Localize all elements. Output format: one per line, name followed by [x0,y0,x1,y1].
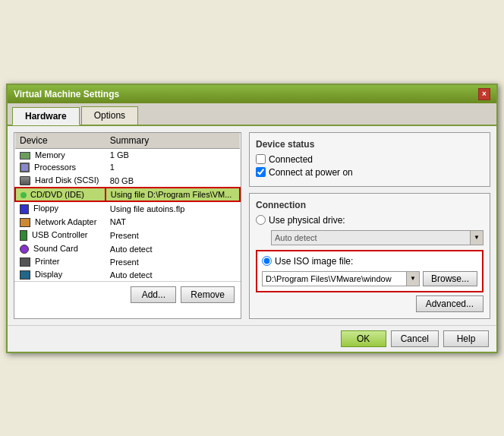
device-cell: Network Adapter [15,216,106,229]
summary-cell: NAT [106,216,240,229]
memory-icon [20,152,30,160]
use-iso-radio[interactable] [262,256,272,266]
window-title: Virtual Machine Settings [14,89,119,100]
network-icon [20,218,30,227]
virtual-machine-settings-window: Virtual Machine Settings × Hardware Opti… [6,84,498,353]
add-button[interactable]: Add... [131,286,176,303]
table-row[interactable]: Memory 1 GB [15,148,240,161]
summary-cell: Using file D:\Program Files\VM... [106,188,240,201]
usb-icon [20,230,27,241]
iso-path-row: ▼ Browse... [262,271,477,286]
auto-detect-combo: ▼ [271,230,484,245]
physical-drive-row: Use physical drive: [256,215,484,226]
device-cell: Display [15,268,106,281]
floppy-icon [20,204,29,214]
connected-row: Connected [256,154,484,165]
table-row-selected[interactable]: CD/DVD (IDE) Using file D:\Program Files… [15,188,240,201]
settings-panel: Device status Connected Connect at power… [249,132,490,319]
summary-cell: Present [106,255,240,268]
device-list-panel: Device Summary Memory 1 GB [14,132,241,319]
cancel-button[interactable]: Cancel [391,330,439,347]
iso-section: Use ISO image file: ▼ Browse... [256,250,484,292]
disk-icon [20,176,30,185]
summary-cell: Auto detect [106,268,240,281]
device-cell: CD/DVD (IDE) [15,188,106,201]
device-table: Device Summary Memory 1 GB [14,133,241,282]
tabs-bar: Hardware Options [8,103,496,126]
table-row[interactable]: Sound Card Auto detect [15,242,240,255]
summary-cell: Using file autoins.flp [106,201,240,216]
col-device: Device [15,133,106,149]
auto-detect-row: ▼ [256,230,484,245]
summary-cell: 80 GB [106,174,240,188]
device-cell: USB Controller [15,229,106,242]
col-summary: Summary [106,133,240,149]
iso-path-input[interactable] [262,271,406,286]
status-dot [20,192,27,198]
use-iso-row: Use ISO image file: [262,256,477,267]
bottom-bar: OK Cancel Help [8,325,496,352]
advanced-button[interactable]: Advanced... [416,295,484,312]
table-row[interactable]: Display Auto detect [15,268,240,281]
table-row[interactable]: Printer Present [15,255,240,268]
main-content: Device Summary Memory 1 GB [8,126,496,325]
device-status-title: Device status [256,139,484,150]
device-status-section: Device status Connected Connect at power… [249,132,490,187]
auto-detect-dropdown-arrow[interactable]: ▼ [470,230,484,245]
connected-checkbox[interactable] [256,154,266,164]
sound-icon [20,245,29,254]
summary-cell: 1 GB [106,148,240,161]
table-row[interactable]: Processors 1 [15,161,240,175]
iso-dropdown-arrow[interactable]: ▼ [406,271,420,286]
title-bar: Virtual Machine Settings × [8,85,496,103]
close-button[interactable]: × [478,88,490,100]
summary-cell: 1 [106,161,240,175]
tab-options[interactable]: Options [81,106,138,125]
device-cell: Processors [15,161,106,175]
browse-button[interactable]: Browse... [423,271,477,286]
device-cell: Floppy [15,201,106,216]
table-row[interactable]: Network Adapter NAT [15,216,240,229]
table-row[interactable]: Floppy Using file autoins.flp [15,201,240,216]
connect-power-checkbox[interactable] [256,167,266,177]
device-buttons: Add... Remove [14,281,241,308]
device-cell: Hard Disk (SCSI) [15,174,106,188]
connection-title: Connection [256,200,484,210]
physical-drive-label: Use physical drive: [269,215,345,226]
summary-cell: Present [106,229,240,242]
device-cell: Printer [15,255,106,268]
connection-section: Connection Use physical drive: ▼ Use ISO… [249,193,490,319]
advanced-row: Advanced... [256,295,484,312]
connect-power-row: Connect at power on [256,167,484,178]
remove-button[interactable]: Remove [181,286,235,303]
monitor-icon [20,270,30,280]
iso-path-combo: ▼ [262,271,420,286]
auto-detect-input [271,230,470,245]
summary-cell: Auto detect [106,242,240,255]
table-row[interactable]: USB Controller Present [15,229,240,242]
connected-label: Connected [269,154,313,165]
cpu-icon [20,163,30,172]
device-cell: Sound Card [15,242,106,255]
ok-button[interactable]: OK [341,330,386,347]
table-row[interactable]: Hard Disk (SCSI) 80 GB [15,174,240,188]
device-cell: Memory [15,148,106,161]
tab-hardware[interactable]: Hardware [12,107,80,125]
help-button[interactable]: Help [443,330,489,347]
physical-drive-radio[interactable] [256,215,266,225]
connect-power-label: Connect at power on [269,167,353,178]
use-iso-label: Use ISO image file: [275,256,353,267]
printer-icon [20,257,30,267]
